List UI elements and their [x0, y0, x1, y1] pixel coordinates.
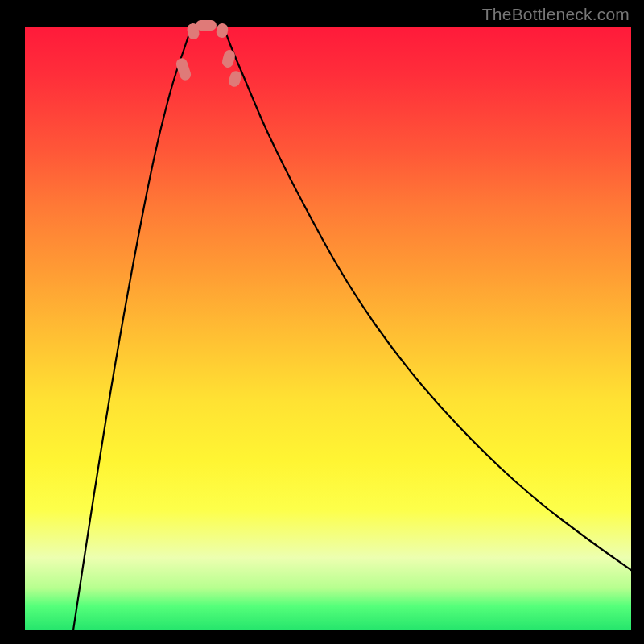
data-marker	[221, 49, 236, 69]
chart-curves	[25, 27, 631, 630]
left-curve-path	[73, 27, 192, 630]
chart-plot-area	[25, 27, 631, 630]
data-marker	[186, 23, 200, 40]
data-marker	[175, 57, 192, 82]
data-marker	[227, 69, 242, 88]
right-curve-path	[224, 27, 631, 570]
watermark-text: TheBottleneck.com	[482, 5, 630, 24]
data-marker	[216, 23, 229, 39]
data-marker	[196, 20, 217, 31]
